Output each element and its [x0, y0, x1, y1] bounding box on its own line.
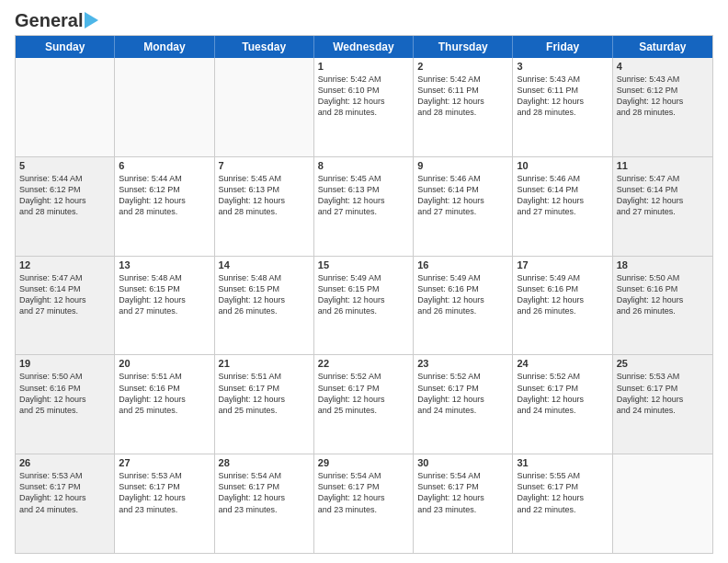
empty-cell-r0c0 — [16, 58, 115, 156]
day-cell-2: 2Sunrise: 5:42 AM Sunset: 6:11 PM Daylig… — [414, 58, 513, 156]
day-info: Sunrise: 5:52 AM Sunset: 6:17 PM Dayligh… — [318, 371, 409, 416]
day-cell-5: 5Sunrise: 5:44 AM Sunset: 6:12 PM Daylig… — [16, 157, 115, 256]
day-number: 23 — [417, 358, 508, 369]
day-number: 28 — [219, 457, 310, 468]
calendar-row-3: 12Sunrise: 5:47 AM Sunset: 6:14 PM Dayli… — [16, 257, 712, 356]
day-cell-16: 16Sunrise: 5:49 AM Sunset: 6:16 PM Dayli… — [414, 257, 513, 355]
calendar-row-5: 26Sunrise: 5:53 AM Sunset: 6:17 PM Dayli… — [16, 454, 712, 553]
day-info: Sunrise: 5:49 AM Sunset: 6:15 PM Dayligh… — [318, 272, 409, 317]
logo: General — [15, 11, 98, 28]
day-info: Sunrise: 5:54 AM Sunset: 6:17 PM Dayligh… — [219, 470, 310, 515]
day-cell-20: 20Sunrise: 5:51 AM Sunset: 6:16 PM Dayli… — [115, 355, 214, 454]
day-info: Sunrise: 5:54 AM Sunset: 6:17 PM Dayligh… — [318, 470, 409, 515]
day-cell-23: 23Sunrise: 5:52 AM Sunset: 6:17 PM Dayli… — [414, 355, 513, 454]
day-info: Sunrise: 5:48 AM Sunset: 6:15 PM Dayligh… — [219, 272, 310, 317]
day-cell-3: 3Sunrise: 5:43 AM Sunset: 6:11 PM Daylig… — [513, 58, 612, 156]
day-cell-24: 24Sunrise: 5:52 AM Sunset: 6:17 PM Dayli… — [513, 355, 612, 454]
day-cell-1: 1Sunrise: 5:42 AM Sunset: 6:10 PM Daylig… — [314, 58, 414, 156]
day-info: Sunrise: 5:47 AM Sunset: 6:14 PM Dayligh… — [19, 272, 110, 317]
day-info: Sunrise: 5:45 AM Sunset: 6:13 PM Dayligh… — [219, 173, 310, 218]
day-info: Sunrise: 5:46 AM Sunset: 6:14 PM Dayligh… — [417, 173, 508, 218]
day-cell-12: 12Sunrise: 5:47 AM Sunset: 6:14 PM Dayli… — [16, 257, 115, 355]
day-cell-13: 13Sunrise: 5:48 AM Sunset: 6:15 PM Dayli… — [115, 257, 214, 355]
day-info: Sunrise: 5:43 AM Sunset: 6:12 PM Dayligh… — [617, 74, 709, 119]
day-cell-29: 29Sunrise: 5:54 AM Sunset: 6:17 PM Dayli… — [314, 454, 414, 553]
day-info: Sunrise: 5:53 AM Sunset: 6:17 PM Dayligh… — [617, 371, 709, 416]
day-number: 31 — [517, 457, 608, 468]
day-info: Sunrise: 5:44 AM Sunset: 6:12 PM Dayligh… — [119, 173, 210, 218]
day-info: Sunrise: 5:52 AM Sunset: 6:17 PM Dayligh… — [417, 371, 508, 416]
day-cell-28: 28Sunrise: 5:54 AM Sunset: 6:17 PM Dayli… — [215, 454, 314, 553]
day-info: Sunrise: 5:48 AM Sunset: 6:15 PM Dayligh… — [119, 272, 210, 317]
day-info: Sunrise: 5:42 AM Sunset: 6:10 PM Dayligh… — [318, 74, 409, 119]
day-number: 12 — [19, 259, 110, 270]
calendar-row-4: 19Sunrise: 5:50 AM Sunset: 6:16 PM Dayli… — [16, 355, 712, 454]
header: General — [15, 11, 713, 28]
day-info: Sunrise: 5:51 AM Sunset: 6:16 PM Dayligh… — [119, 371, 210, 416]
day-info: Sunrise: 5:49 AM Sunset: 6:16 PM Dayligh… — [517, 272, 608, 317]
day-cell-14: 14Sunrise: 5:48 AM Sunset: 6:15 PM Dayli… — [215, 257, 314, 355]
day-info: Sunrise: 5:50 AM Sunset: 6:16 PM Dayligh… — [19, 371, 110, 416]
day-info: Sunrise: 5:54 AM Sunset: 6:17 PM Dayligh… — [417, 470, 508, 515]
day-info: Sunrise: 5:55 AM Sunset: 6:17 PM Dayligh… — [517, 470, 608, 515]
weekday-header-tuesday: Tuesday — [215, 36, 314, 58]
day-info: Sunrise: 5:51 AM Sunset: 6:17 PM Dayligh… — [219, 371, 310, 416]
day-number: 30 — [417, 457, 508, 468]
weekday-header-wednesday: Wednesday — [314, 36, 414, 58]
day-cell-10: 10Sunrise: 5:46 AM Sunset: 6:14 PM Dayli… — [513, 157, 612, 256]
day-info: Sunrise: 5:53 AM Sunset: 6:17 PM Dayligh… — [19, 470, 110, 515]
calendar-body: 1Sunrise: 5:42 AM Sunset: 6:10 PM Daylig… — [16, 58, 712, 553]
day-cell-8: 8Sunrise: 5:45 AM Sunset: 6:13 PM Daylig… — [314, 157, 414, 256]
day-info: Sunrise: 5:42 AM Sunset: 6:11 PM Dayligh… — [417, 74, 508, 119]
day-number: 15 — [318, 259, 409, 270]
day-number: 4 — [617, 61, 709, 72]
day-cell-30: 30Sunrise: 5:54 AM Sunset: 6:17 PM Dayli… — [414, 454, 513, 553]
day-number: 13 — [119, 259, 210, 270]
day-number: 14 — [219, 259, 310, 270]
day-number: 26 — [19, 457, 110, 468]
day-number: 19 — [19, 358, 110, 369]
day-info: Sunrise: 5:44 AM Sunset: 6:12 PM Dayligh… — [19, 173, 110, 218]
day-number: 8 — [318, 160, 409, 171]
day-cell-25: 25Sunrise: 5:53 AM Sunset: 6:17 PM Dayli… — [613, 355, 712, 454]
day-info: Sunrise: 5:50 AM Sunset: 6:16 PM Dayligh… — [617, 272, 709, 317]
day-number: 16 — [417, 259, 508, 270]
day-number: 22 — [318, 358, 409, 369]
calendar-row-1: 1Sunrise: 5:42 AM Sunset: 6:10 PM Daylig… — [16, 58, 712, 157]
day-number: 27 — [119, 457, 210, 468]
day-cell-7: 7Sunrise: 5:45 AM Sunset: 6:13 PM Daylig… — [215, 157, 314, 256]
page: General SundayMondayTuesdayWednesdayThur… — [0, 0, 728, 563]
day-number: 24 — [517, 358, 608, 369]
logo-arrow-icon — [85, 12, 98, 29]
day-cell-21: 21Sunrise: 5:51 AM Sunset: 6:17 PM Dayli… — [215, 355, 314, 454]
day-number: 17 — [517, 259, 608, 270]
day-cell-15: 15Sunrise: 5:49 AM Sunset: 6:15 PM Dayli… — [314, 257, 414, 355]
day-info: Sunrise: 5:43 AM Sunset: 6:11 PM Dayligh… — [517, 74, 608, 119]
day-number: 1 — [318, 61, 409, 72]
day-number: 9 — [417, 160, 508, 171]
day-number: 11 — [617, 160, 709, 171]
day-number: 7 — [219, 160, 310, 171]
day-info: Sunrise: 5:46 AM Sunset: 6:14 PM Dayligh… — [517, 173, 608, 218]
weekday-header-saturday: Saturday — [613, 36, 712, 58]
day-cell-22: 22Sunrise: 5:52 AM Sunset: 6:17 PM Dayli… — [314, 355, 414, 454]
day-info: Sunrise: 5:45 AM Sunset: 6:13 PM Dayligh… — [318, 173, 409, 218]
day-cell-27: 27Sunrise: 5:53 AM Sunset: 6:17 PM Dayli… — [115, 454, 214, 553]
day-number: 21 — [219, 358, 310, 369]
logo-general: General — [15, 10, 83, 30]
day-cell-17: 17Sunrise: 5:49 AM Sunset: 6:16 PM Dayli… — [513, 257, 612, 355]
empty-cell-r0c2 — [215, 58, 314, 156]
day-number: 2 — [417, 61, 508, 72]
day-info: Sunrise: 5:52 AM Sunset: 6:17 PM Dayligh… — [517, 371, 608, 416]
weekday-header-thursday: Thursday — [414, 36, 513, 58]
day-number: 20 — [119, 358, 210, 369]
day-cell-31: 31Sunrise: 5:55 AM Sunset: 6:17 PM Dayli… — [513, 454, 612, 553]
calendar-header-row: SundayMondayTuesdayWednesdayThursdayFrid… — [16, 36, 712, 58]
empty-cell-r0c1 — [115, 58, 214, 156]
day-cell-19: 19Sunrise: 5:50 AM Sunset: 6:16 PM Dayli… — [16, 355, 115, 454]
day-number: 6 — [119, 160, 210, 171]
day-cell-9: 9Sunrise: 5:46 AM Sunset: 6:14 PM Daylig… — [414, 157, 513, 256]
day-number: 29 — [318, 457, 409, 468]
day-cell-11: 11Sunrise: 5:47 AM Sunset: 6:14 PM Dayli… — [613, 157, 712, 256]
day-number: 5 — [19, 160, 110, 171]
